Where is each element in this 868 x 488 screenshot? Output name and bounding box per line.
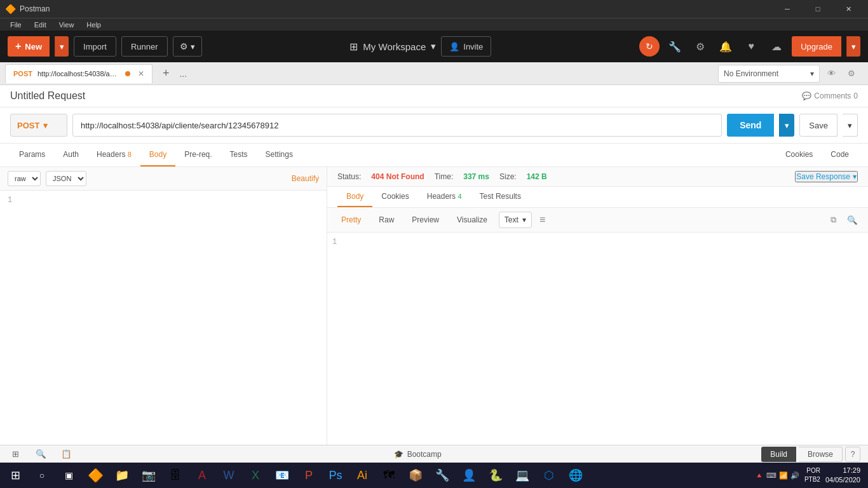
invite-button[interactable]: 👤 Invite <box>441 36 491 57</box>
menu-edit[interactable]: Edit <box>29 18 51 30</box>
bell-icon[interactable]: 🔔 <box>715 36 736 57</box>
taskbar-illustrator[interactable]: Ai <box>349 463 375 487</box>
save-response-button[interactable]: Save Response ▾ <box>795 171 858 182</box>
status-label: Status: <box>337 172 361 181</box>
taskbar-outlook[interactable]: 📧 <box>269 463 295 487</box>
sync-button[interactable]: ⚙ ▾ <box>173 36 202 57</box>
import-button[interactable]: Import <box>74 36 116 57</box>
tab-headers[interactable]: Headers 8 <box>88 144 140 166</box>
wrench-icon[interactable]: 🔧 <box>665 36 685 57</box>
taskbar-postman[interactable]: 🔶 <box>83 463 108 487</box>
heart-icon[interactable]: ♥ <box>741 36 761 57</box>
upgrade-button[interactable]: Upgrade <box>792 36 841 57</box>
save-button[interactable]: Save <box>799 114 837 137</box>
upgrade-dropdown-button[interactable]: ▾ <box>846 36 860 57</box>
resp-tab-body[interactable]: Body <box>337 187 372 207</box>
taskbar-user[interactable]: 👤 <box>456 463 482 487</box>
build-button[interactable]: Build <box>761 447 796 462</box>
tab-body[interactable]: Body <box>140 144 175 166</box>
minimize-button[interactable]: ─ <box>773 0 802 18</box>
taskbar-chrome[interactable]: 🌐 <box>563 463 588 487</box>
taskbar-package[interactable]: 📦 <box>403 463 428 487</box>
resp-search-button[interactable]: 🔍 <box>844 212 860 228</box>
settings-icon[interactable]: ⚙ <box>690 36 710 57</box>
maximize-button[interactable]: □ <box>803 0 832 18</box>
tab-prereq[interactable]: Pre-req. <box>175 144 220 166</box>
resp-wrap-button[interactable]: ≡ <box>537 214 548 226</box>
new-dropdown-button[interactable]: ▾ <box>55 36 69 57</box>
taskbar-access[interactable]: A <box>189 463 215 487</box>
sync-status-icon[interactable]: ↻ <box>639 36 660 57</box>
tab-code[interactable]: Code <box>822 144 858 166</box>
body-format-select[interactable]: raw <box>8 171 41 186</box>
resp-view-raw[interactable]: Raw <box>372 213 400 227</box>
taskbar-powerpoint[interactable]: P <box>296 463 322 487</box>
resp-tab-headers[interactable]: Headers 4 <box>418 187 471 207</box>
search-button[interactable]: ○ <box>29 463 55 487</box>
menu-help[interactable]: Help <box>81 18 106 30</box>
env-eye-button[interactable]: 👁 <box>822 65 840 83</box>
resp-view-pretty[interactable]: Pretty <box>335 213 367 227</box>
beautify-button[interactable]: Beautify <box>292 174 319 183</box>
start-button[interactable]: ⊞ <box>3 463 28 487</box>
env-gear-button[interactable]: ⚙ <box>843 65 860 83</box>
tab-tests[interactable]: Tests <box>221 144 257 166</box>
bottom-new-icon[interactable]: ⊞ <box>8 447 23 462</box>
taskbar-explorer[interactable]: 📁 <box>109 463 135 487</box>
body-type-select[interactable]: JSON <box>46 171 86 186</box>
size-value: 142 B <box>527 172 547 181</box>
method-select[interactable]: POST ▾ <box>10 114 67 137</box>
help-button[interactable]: ? <box>845 447 860 462</box>
bootcamp-button[interactable]: 🎓 Bootcamp <box>394 450 442 459</box>
resp-view-visualize[interactable]: Visualize <box>451 213 494 227</box>
workspace-button[interactable]: ⊞ My Workspace ▾ <box>349 41 436 53</box>
tab-close-button[interactable]: ✕ <box>138 69 144 78</box>
send-button[interactable]: Send <box>727 114 774 137</box>
send-dropdown-button[interactable]: ▾ <box>779 114 794 137</box>
close-button[interactable]: ✕ <box>834 0 863 18</box>
browse-button[interactable]: Browse <box>799 447 843 462</box>
bottom-history-icon[interactable]: 📋 <box>58 447 74 462</box>
new-button[interactable]: + New <box>8 36 50 57</box>
taskbar-python[interactable]: 🐍 <box>483 463 508 487</box>
menu-file[interactable]: File <box>5 18 27 30</box>
tab-cookies[interactable]: Cookies <box>776 144 822 166</box>
request-body-editor[interactable]: 1 <box>0 191 327 463</box>
resp-tab-cookies[interactable]: Cookies <box>372 187 417 207</box>
taskbar-maps[interactable]: 🗺 <box>376 463 402 487</box>
taskview-button[interactable]: ▣ <box>56 463 81 487</box>
save-dropdown-button[interactable]: ▾ <box>843 114 858 137</box>
tab-auth[interactable]: Auth <box>54 144 88 166</box>
bottom-search-icon[interactable]: 🔍 <box>33 447 48 462</box>
more-tabs-button[interactable]: ... <box>175 69 191 79</box>
resp-copy-button[interactable]: ⧉ <box>825 212 841 228</box>
tab-settings[interactable]: Settings <box>257 144 302 166</box>
resp-view-preview[interactable]: Preview <box>405 213 445 227</box>
taskbar-tool[interactable]: 🔧 <box>430 463 455 487</box>
environment-select[interactable]: No Environment ▾ <box>718 65 820 83</box>
url-input[interactable] <box>72 114 722 137</box>
taskbar-camera[interactable]: 📷 <box>136 463 161 487</box>
size-label: Size: <box>499 172 517 181</box>
plus-icon: + <box>15 41 21 52</box>
status-value: 404 Not Found <box>371 172 424 181</box>
tab-params[interactable]: Params <box>10 144 54 166</box>
taskbar-photoshop[interactable]: Ps <box>323 463 348 487</box>
add-tab-button[interactable]: + <box>159 67 173 80</box>
taskbar-terminal[interactable]: 💻 <box>510 463 535 487</box>
request-title: Untitled Request <box>10 90 85 102</box>
taskbar-excel[interactable]: X <box>243 463 268 487</box>
request-tab[interactable]: POST http://localhost:54038/api/clie... … <box>5 64 153 83</box>
tab-url: http://localhost:54038/api/clie... <box>37 70 120 78</box>
time-label: Time: <box>435 172 454 181</box>
taskbar-word[interactable]: W <box>216 463 241 487</box>
resp-tab-test-results[interactable]: Test Results <box>471 187 530 207</box>
taskbar-vscode[interactable]: ⬡ <box>536 463 562 487</box>
taskbar-db[interactable]: 🗄 <box>163 463 188 487</box>
cloud-icon[interactable]: ☁ <box>766 36 787 57</box>
runner-button[interactable]: Runner <box>121 36 168 57</box>
comments-button[interactable]: 💬 Comments 0 <box>802 92 858 100</box>
resp-format-select[interactable]: Text ▾ <box>499 212 532 228</box>
taskbar-clock: POR PTB2 <box>804 466 820 484</box>
menu-view[interactable]: View <box>54 18 79 30</box>
